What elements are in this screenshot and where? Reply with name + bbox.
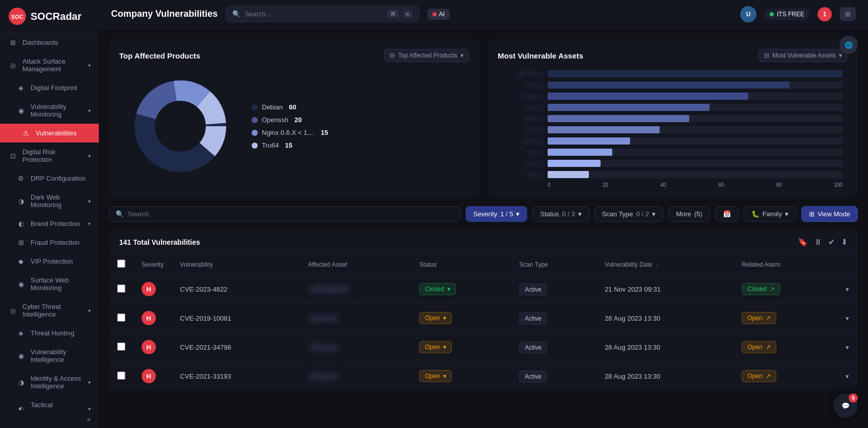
bar-row: 10.x.x.x (503, 171, 843, 178)
ai-button[interactable]: AI (427, 9, 449, 20)
settings-button[interactable]: ⊞ (840, 7, 856, 21)
select-all-checkbox[interactable] (117, 260, 125, 268)
sidebar-item-digital-footprint[interactable]: ◈ Digital Footprint (0, 78, 99, 97)
view-mode-btn[interactable]: ⊞ View Mode (801, 206, 858, 222)
kbd-k: K (403, 10, 413, 18)
row-expand-btn[interactable]: ▾ (846, 286, 849, 293)
bar-fill (548, 160, 601, 167)
bug-icon: 🐛 (751, 210, 760, 218)
status-filter-btn[interactable]: Status 0 / 3 ▾ (532, 206, 589, 222)
sidebar-item-label: Digital Footprint (31, 84, 77, 92)
row-checkbox[interactable] (117, 313, 125, 322)
cyber-threat-icon: ◎ (8, 307, 17, 315)
sidebar-item-attack-surface[interactable]: ◎ Attack Surface Management ▾ (0, 52, 99, 78)
vulnerability-date: 28 Aug 2023 13:30 (605, 344, 660, 351)
bar-fill (548, 149, 612, 156)
sidebar-item-vuln-intelligence[interactable]: ◉ Vulnerability Intelligence (0, 343, 99, 369)
status-badge[interactable]: Open ▾ (419, 312, 451, 324)
bar-track (548, 70, 843, 77)
sidebar-item-threat-hunting[interactable]: ◈ Threat Hunting (0, 324, 99, 343)
pause-btn[interactable]: ⏸ (814, 238, 822, 247)
sidebar-item-brand-protection[interactable]: ◐ Brand Protection ▾ (0, 214, 99, 233)
chevron-down-icon: ▾ (516, 210, 520, 218)
chart-filter-dropdown[interactable]: ⊟ Most Vulnerable Assets ▾ (758, 49, 848, 62)
bar-row: 10.x.x.x (503, 81, 843, 89)
alarm-badge[interactable]: Open ↗ (742, 312, 776, 324)
bar-track (548, 93, 843, 100)
row-checkbox[interactable] (117, 343, 125, 351)
check-btn[interactable]: ✔ (828, 237, 835, 247)
row-checkbox[interactable] (117, 372, 125, 380)
legend-label: Debian (262, 103, 283, 111)
status-badge: ITS FREE (765, 9, 809, 20)
sidebar-item-drp-config[interactable]: ⚙ DRP Configuration (0, 169, 99, 188)
bar-label: 10.x.x.x (503, 105, 544, 110)
status-badge[interactable]: Open ▾ (419, 341, 451, 353)
bookmark-btn[interactable]: 🔖 (798, 237, 808, 247)
bar-row: 10.x.x.x (503, 149, 843, 156)
filter-bar: 🔍 Severity 1 / 5 ▾ Status 0 / 3 ▾ Scan T… (109, 206, 858, 222)
sidebar-item-vulnerability-monitoring[interactable]: ◉ Vulnerability Monitoring ▾ (0, 97, 99, 124)
chevron-down-icon: ▾ (88, 108, 91, 113)
row-checkbox[interactable] (117, 284, 125, 293)
status-badge[interactable]: Closed ▾ (419, 283, 455, 295)
cve-id[interactable]: CVE-2019-10081 (180, 315, 231, 322)
sidebar-item-label: DRP Configuration (31, 175, 86, 182)
bar-fill (548, 171, 589, 178)
cve-id[interactable]: CVE-2023-4822 (180, 286, 227, 293)
col-status-header: Status (411, 254, 511, 275)
affected-asset: 10.x.x.x (308, 343, 339, 352)
col-asset-header: Affected Asset (300, 254, 412, 275)
severity-badge: H (142, 282, 156, 296)
ai-label: AI (439, 11, 444, 18)
sidebar-item-surface-web[interactable]: ◉ Surface Web Monitoring (0, 271, 99, 297)
sidebar: SOC SOCRadar ⊞ Dashboards ◎ Attack Surfa… (0, 0, 99, 428)
donut-legend: Debian 60 Openssh 20 Nginx 0.6.X < 1....… (252, 103, 328, 149)
more-filter-btn[interactable]: More (5) (668, 206, 710, 222)
family-filter-btn[interactable]: 🐛 Family ▾ (744, 206, 796, 222)
status-badge[interactable]: Open ▾ (419, 370, 451, 382)
table-row: H CVE-2021-33193 10.x.x.x Open ▾ Active … (109, 362, 858, 391)
sidebar-item-fraud-protection[interactable]: ⊞ Fraud Protection (0, 233, 99, 252)
row-expand-btn[interactable]: ▾ (846, 315, 849, 322)
calendar-btn[interactable]: 📅 (715, 206, 739, 222)
download-btn[interactable]: ⬇ (841, 237, 848, 247)
search-box[interactable]: 🔍 ⌘ K (226, 6, 419, 22)
scan-type-badge: Active (519, 341, 547, 354)
scan-type-filter-btn[interactable]: Scan Type 0 / 2 ▾ (594, 206, 664, 222)
topbar: Company Vulnerabilities 🔍 ⌘ K AI U ITS F… (99, 0, 868, 28)
alarm-badge[interactable]: Open ↗ (742, 370, 776, 382)
sidebar-item-label: Dark Web Monitoring (31, 193, 83, 209)
sidebar-item-vulnerabilities[interactable]: ⚠ Vulnerabilities (0, 124, 99, 142)
chevron-down-icon: ▾ (785, 210, 789, 218)
severity-filter-btn[interactable]: Severity 1 / 5 ▾ (466, 206, 527, 222)
sidebar-item-identity-access[interactable]: ◑ Identity & Access Intelligence ▾ (0, 369, 99, 395)
sidebar-collapse-btn[interactable]: « (0, 410, 99, 428)
cve-id[interactable]: CVE-2021-34798 (180, 344, 231, 351)
sidebar-item-dashboards[interactable]: ⊞ Dashboards (0, 33, 99, 52)
filter-search-box[interactable]: 🔍 (109, 206, 460, 222)
chevron-down-icon: ▾ (578, 210, 582, 218)
chat-bubble[interactable]: 💬 9 (833, 393, 858, 418)
search-input[interactable] (245, 10, 383, 18)
vulnerability-date: 21 Nov 2023 09:31 (605, 286, 661, 293)
sidebar-item-dark-web[interactable]: ◑ Dark Web Monitoring ▾ (0, 188, 99, 214)
notification-button[interactable]: 1 (818, 7, 832, 21)
chart-filter-dropdown[interactable]: ⊟ Top Affected Products ▾ (384, 49, 469, 62)
table-row: H CVE-2019-10081 10.x.x.x Open ▾ Active … (109, 304, 858, 333)
alarm-badge[interactable]: Open ↗ (742, 341, 776, 353)
sidebar-item-vip-protection[interactable]: ◆ VIP Protection (0, 252, 99, 271)
filter-search-input[interactable] (128, 210, 454, 218)
logo: SOC SOCRadar (0, 0, 99, 33)
row-expand-btn[interactable]: ▾ (846, 373, 849, 380)
row-expand-btn[interactable]: ▾ (846, 344, 849, 351)
cve-id[interactable]: CVE-2021-33193 (180, 373, 231, 380)
chevron-down-icon: ▾ (88, 406, 91, 411)
family-label: Family (763, 210, 782, 218)
sidebar-item-tactical-intel[interactable]: ◐ Tactical Intelligence ▾ (0, 395, 99, 410)
alarm-badge[interactable]: Closed ↗ (742, 283, 780, 295)
settings-globe-btn[interactable]: 🌐 (839, 36, 858, 54)
sidebar-item-cyber-threat[interactable]: ◎ Cyber Threat Intelligence ▾ (0, 297, 99, 324)
dark-web-icon: ◑ (16, 197, 25, 205)
sidebar-item-digital-risk[interactable]: ⊡ Digital Risk Protection ▾ (0, 142, 99, 169)
